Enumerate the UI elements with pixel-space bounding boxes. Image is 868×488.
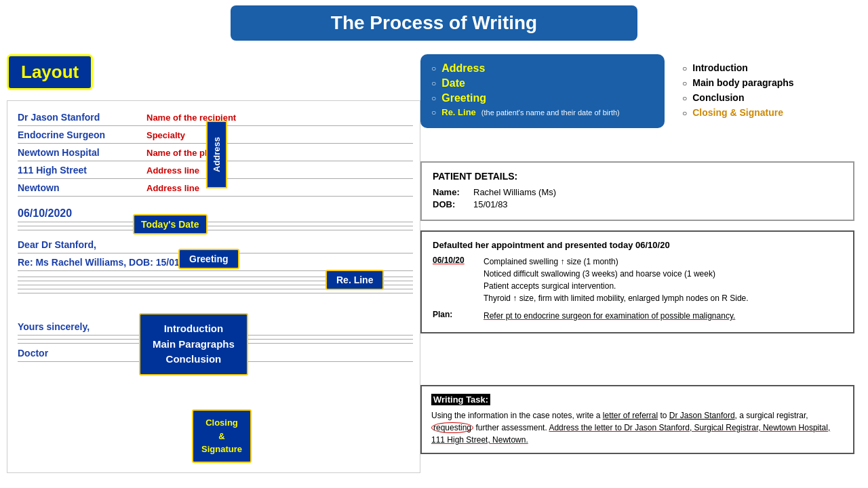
greeting-label: Greeting [178, 249, 239, 269]
case-notes-title: Defaulted her appointment and presented … [433, 240, 842, 250]
right-bullet-list: Introduction Main body paragraphs Conclu… [671, 54, 861, 130]
blue-list-item-date: Date [431, 77, 654, 89]
case-notes-plan-row: Plan: Refer pt to endocrine surgeon for … [433, 310, 842, 322]
blue-list-item-greeting: Greeting [431, 92, 654, 104]
blue-list-item-reline: Re. Line (the patient's name and their d… [431, 107, 654, 117]
right-list-item-conclusion: Conclusion [682, 92, 850, 103]
case-note-item-2: Noticed difficult swallowing (3 weeks) a… [484, 268, 842, 280]
case-notes-content: Complained swelling ↑ size (1 month) Not… [484, 256, 842, 304]
closing-label: Closing&Signature [192, 409, 252, 463]
writing-task-box: Writing Task: Using the information in t… [420, 385, 854, 454]
writing-task-letter-ref: letter of referral [603, 411, 658, 420]
patient-details-box: PATIENT DETAILS: Name: Rachel Williams (… [420, 161, 854, 221]
address-label: Address [206, 121, 227, 188]
right-list-items: Introduction Main body paragraphs Conclu… [682, 62, 850, 118]
case-note-item-1: Complained swelling ↑ size (1 month) [484, 256, 842, 268]
writing-task-body: Using the information in the case notes,… [431, 409, 844, 446]
right-list-item-main: Main body paragraphs [682, 77, 850, 88]
case-note-item-4: Thyroid ↑ size, firm with limited mobili… [484, 292, 842, 304]
writing-task-address-instruction: Address the letter to Dr Jason Stanford,… [431, 423, 830, 445]
case-notes-plan-content: Refer pt to endocrine surgeon for examin… [484, 310, 842, 322]
body-label: IntroductionMain ParagraphsConclusion [139, 313, 248, 375]
blue-list-items: Address Date Greeting Re. Line (the pati… [431, 62, 654, 117]
patient-details-title: PATIENT DETAILS: [433, 171, 842, 182]
blue-bullet-list: Address Date Greeting Re. Line (the pati… [420, 54, 665, 128]
todays-date-label: Today's Date [133, 214, 208, 235]
reline-label: Re. Line [326, 270, 384, 290]
writing-task-doctor-ref: Dr Jason Stanford [669, 411, 735, 420]
patient-name-row: Name: Rachel Williams (Ms) [433, 187, 842, 197]
right-list-item-intro: Introduction [682, 62, 850, 73]
letter-date-row: 06/10/2020 [18, 207, 413, 222]
right-list-item-closing: Closing & Signature [682, 107, 850, 118]
blue-list-item-address: Address [431, 62, 654, 75]
writing-task-requesting: requesting [431, 422, 473, 433]
patient-dob-row: DOB: 15/01/83 [433, 199, 842, 209]
case-note-item-3: Patient accepts surgical intervention. [484, 280, 842, 292]
case-notes-items-row: 06/10/20 Complained swelling ↑ size (1 m… [433, 256, 842, 304]
layout-label: Layout [7, 54, 93, 90]
case-notes-box: Defaulted her appointment and presented … [420, 230, 854, 333]
page-title: The Process of Writing [231, 5, 637, 41]
